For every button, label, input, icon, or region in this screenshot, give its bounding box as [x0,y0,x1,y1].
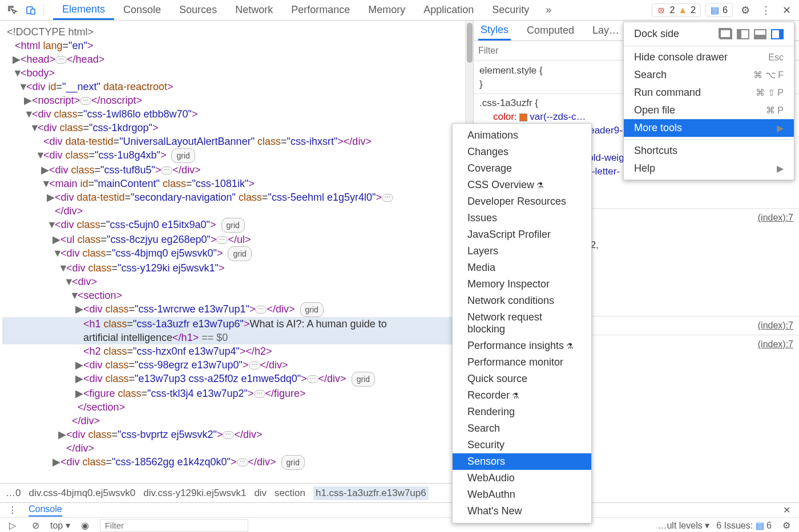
submenu-item-animations[interactable]: Animations [453,127,591,144]
submenu-item-network-conditions[interactable]: Network conditions [453,293,591,309]
more-tabs-icon[interactable]: » [540,2,556,18]
dom-node[interactable]: ▶<noscript>⋯</noscript> [2,94,465,107]
tab-sources[interactable]: Sources [170,0,226,20]
dom-node[interactable]: ▶<head>⋯</head> [2,52,465,66]
dom-node[interactable]: ▼<div> [2,275,465,289]
tab-network[interactable]: Network [226,0,282,20]
dom-breadcrumb[interactable]: …0div.css-4bjmq0.ej5wsvk0div.css-y129ki.… [0,483,465,502]
breadcrumb-item[interactable]: h1.css-1a3uzfr.e13w7up6 [313,486,429,500]
dom-node[interactable]: ▶<div class="css-1wrcrwe e13w7up1">⋯</di… [2,302,465,317]
dom-node[interactable]: ▼<section> [2,289,465,302]
close-icon[interactable]: ✕ [778,2,794,18]
dom-node[interactable]: <h2 class="css-hzx0nf e13w7up4"></h2> [2,344,465,358]
dock-undock-icon[interactable] [720,29,732,39]
dom-tree[interactable]: <!DOCTYPE html> <html lang="en"> ▶<head>… [0,21,465,502]
submenu-item-memory-inspector[interactable]: Memory Inspector [453,276,591,293]
menu-item-run-command[interactable]: Run command⌘ ⇧ P [624,84,794,101]
dom-node[interactable]: ▶<div class="e13w7up3 css-a25f0z e1mwe5d… [2,372,465,387]
dom-node[interactable]: ▶<div class="css-18562gg e1k4zq0k0">⋯</d… [2,455,465,470]
close-drawer-icon[interactable]: ✕ [778,502,794,518]
submenu-item-search[interactable]: Search [453,420,591,437]
dom-node[interactable]: ▼<div class="css-1u8g4xb"> grid [2,148,465,163]
dom-node[interactable]: ▶<div data-testid="secondary-navigation"… [2,190,465,204]
submenu-item-layers[interactable]: Layers [453,243,591,259]
dock-left-icon[interactable] [737,29,749,39]
tab-elements[interactable]: Elements [53,0,114,20]
tab-console[interactable]: Console [114,0,170,20]
styles-tab-computed[interactable]: Computed [524,21,576,40]
menu-item-more-tools[interactable]: More tools▶ [624,119,794,137]
dom-node[interactable]: </section> [2,400,465,414]
breadcrumb-item[interactable]: section [275,488,305,499]
console-filter-input[interactable] [100,519,248,532]
dom-node[interactable]: ▶<ul class="css-8czjyu eg268ep0">⋯</ul> [2,233,465,246]
menu-item-search[interactable]: Search⌘ ⌥ F [624,66,794,84]
submenu-item-performance-insights[interactable]: Performance insights ⚗ [453,338,591,354]
error-warning-badge[interactable]: ⦻2 ▲2 [652,3,701,17]
tab-performance[interactable]: Performance [282,0,359,20]
dom-node[interactable]: ▼<div class="css-c5ujn0 e15itx9a0"> grid [2,218,465,233]
issues-label[interactable]: 6 Issues: ▤ 6 [716,520,772,531]
dom-node[interactable]: ▼<div class="css-1kdrgop"> [2,121,465,135]
tab-security[interactable]: Security [483,0,538,20]
breadcrumb-item[interactable]: div.css-y129ki.ej5wsvk1 [143,488,246,499]
dock-right-icon[interactable] [771,29,784,39]
submenu-item-recorder[interactable]: Recorder ⚗ [453,387,591,404]
console-settings-icon[interactable]: ⚙ [778,517,794,532]
dom-node[interactable]: ▶<figure class="css-tkl3j4 e13w7up2">⋯</… [2,387,465,400]
submenu-item-issues[interactable]: Issues [453,210,591,226]
drawer-menu-icon[interactable]: ⋮ [5,502,21,518]
dom-node[interactable]: ▼<div class="css-1wl86lo etbb8w70"> [2,107,465,121]
submenu-item-javascript-profiler[interactable]: JavaScript Profiler [453,226,591,243]
breadcrumb-item[interactable]: div.css-4bjmq0.ej5wsvk0 [29,488,135,499]
dom-node[interactable]: ▼<div id="__next" data-reactroot> [2,80,465,94]
submenu-item-sensors[interactable]: Sensors [453,453,591,470]
breadcrumb-item[interactable]: div [254,488,267,499]
dom-node[interactable]: ▶<div class="css-98egrz e13w7up0">⋯</div… [2,358,465,372]
tab-memory[interactable]: Memory [359,0,414,20]
dom-node[interactable]: </div> [2,441,465,455]
submenu-item-coverage[interactable]: Coverage [453,160,591,177]
styles-tab-styles[interactable]: Styles [478,21,511,40]
dom-node[interactable]: ▼<main id="mainContent" class="css-1081i… [2,177,465,190]
submenu-item-webauthn[interactable]: WebAuthn [453,486,591,503]
main-menu[interactable]: Dock side Hide console drawerEscSearch⌘ … [623,22,794,180]
source-link[interactable]: (index):7 [758,338,793,351]
dom-node[interactable]: <html lang="en"> [2,39,465,52]
step-icon[interactable]: ▷ [5,517,21,532]
device-toggle-icon[interactable] [23,2,39,18]
submenu-item-quick-source[interactable]: Quick source [453,371,591,387]
submenu-item-webaudio[interactable]: WebAudio [453,470,591,486]
tab-application[interactable]: Application [414,0,483,20]
dom-node[interactable]: ▼<div class="css-4bjmq0 ej5wsvk0"> grid [2,246,465,261]
submenu-item-media[interactable]: Media [453,259,591,276]
submenu-item-what's-new[interactable]: What's New [453,503,591,519]
console-tab[interactable]: Console [29,504,62,517]
submenu-item-performance-monitor[interactable]: Performance monitor [453,354,591,371]
dock-bottom-icon[interactable] [754,29,766,39]
settings-icon[interactable]: ⚙ [737,2,753,18]
submenu-item-network-request-blocking[interactable]: Network request blocking [453,309,591,338]
source-link[interactable]: (index):7 [758,211,793,225]
dom-node[interactable]: </div> [2,204,465,218]
submenu-item-css-overview[interactable]: CSS Overview ⚗ [453,177,591,193]
submenu-item-security[interactable]: Security [453,437,591,453]
inspect-icon[interactable] [5,2,21,18]
submenu-item-rendering[interactable]: Rendering [453,404,591,420]
kebab-menu-icon[interactable]: ⋮ [758,2,774,18]
breadcrumb-item[interactable]: …0 [6,488,21,499]
dom-node[interactable]: </div> [2,414,465,428]
submenu-item-developer-resources[interactable]: Developer Resources [453,193,591,210]
dom-node[interactable]: ▼<body> [2,66,465,80]
dom-node[interactable]: <div data-testid="UniversalLayoutAlertBa… [2,135,465,148]
dom-node[interactable]: ▶<div class="css-tuf8u5">⋯</div> [2,163,465,177]
dom-node[interactable]: ▼<div class="css-y129ki ej5wsvk1"> [2,261,465,275]
menu-item-help[interactable]: Help▶ [624,160,794,177]
dom-node[interactable]: ▶<div class="css-bvprtz ej5wsvk2">⋯</div… [2,428,465,441]
menu-item-open-file[interactable]: Open file⌘ P [624,101,794,119]
styles-tab-lay…[interactable]: Lay… [590,21,622,40]
dom-node[interactable]: artificial intelligence</h1> == $0 [2,331,465,344]
source-link[interactable]: (index):7 [758,319,793,332]
context-selector[interactable]: top ▾ [50,520,70,531]
menu-item-hide-console-drawer[interactable]: Hide console drawerEsc [624,48,794,66]
